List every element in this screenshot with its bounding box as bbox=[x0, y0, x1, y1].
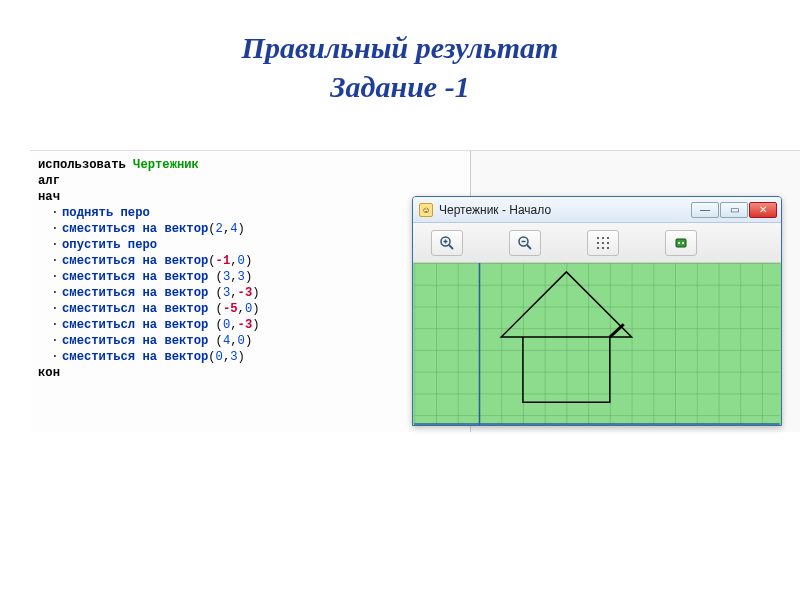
zoom-out-icon bbox=[517, 235, 533, 251]
zoom-in-icon bbox=[439, 235, 455, 251]
kw-begin: нач bbox=[38, 190, 60, 204]
code-line: ·сместитьсл на вектор (-5,0) bbox=[38, 301, 462, 317]
module-name: Чертежник bbox=[133, 158, 199, 172]
titlebar[interactable]: ☺ Чертежник - Начало — ▭ ✕ bbox=[413, 197, 781, 223]
code-line: ·сместиться на вектор(0,3) bbox=[38, 349, 462, 365]
content-area: использовать Чертежник алг нач ·поднять … bbox=[30, 150, 800, 432]
kw-alg: алг bbox=[38, 174, 60, 188]
svg-line-1 bbox=[449, 245, 453, 249]
canvas-svg bbox=[413, 263, 781, 425]
grid-icon bbox=[595, 235, 611, 251]
drawing-canvas[interactable] bbox=[413, 263, 781, 425]
code-line: ·сместиться на вектор(-1,0) bbox=[38, 253, 462, 269]
title-line-1: Правильный результат bbox=[242, 31, 559, 64]
svg-point-7 bbox=[597, 237, 599, 239]
svg-point-13 bbox=[597, 247, 599, 249]
toolbar bbox=[413, 223, 781, 263]
close-button[interactable]: ✕ bbox=[749, 202, 777, 218]
minimize-button[interactable]: — bbox=[691, 202, 719, 218]
window-title: Чертежник - Начало bbox=[439, 203, 691, 217]
code-line: ·сместитьсл на вектор (0,-3) bbox=[38, 317, 462, 333]
app-icon: ☺ bbox=[419, 203, 433, 217]
svg-rect-16 bbox=[676, 239, 686, 247]
zoom-out-button[interactable] bbox=[509, 230, 541, 256]
zoom-in-button[interactable] bbox=[431, 230, 463, 256]
code-panel: использовать Чертежник алг нач ·поднять … bbox=[30, 151, 470, 432]
svg-point-9 bbox=[607, 237, 609, 239]
kw-end: кон bbox=[38, 366, 60, 380]
robot-button[interactable] bbox=[665, 230, 697, 256]
code-line: ·поднять перо bbox=[38, 205, 462, 221]
svg-point-18 bbox=[682, 242, 684, 244]
svg-point-14 bbox=[602, 247, 604, 249]
svg-point-11 bbox=[602, 242, 604, 244]
grid-button[interactable] bbox=[587, 230, 619, 256]
drawing-window: ☺ Чертежник - Начало — ▭ ✕ bbox=[412, 196, 782, 426]
code-line: ·опустить перо bbox=[38, 237, 462, 253]
kw-use: использовать bbox=[38, 158, 126, 172]
svg-point-8 bbox=[602, 237, 604, 239]
svg-point-10 bbox=[597, 242, 599, 244]
robot-icon bbox=[673, 235, 689, 251]
svg-point-12 bbox=[607, 242, 609, 244]
slide-title: Правильный результат Задание -1 bbox=[0, 0, 800, 124]
code-line: ·сместиться на вектор(2,4) bbox=[38, 221, 462, 237]
svg-point-15 bbox=[607, 247, 609, 249]
svg-rect-20 bbox=[414, 263, 779, 425]
svg-point-17 bbox=[678, 242, 680, 244]
code-line: ·сместиться на вектор (3,-3) bbox=[38, 285, 462, 301]
code-line: ·сместиться на вектор (3,3) bbox=[38, 269, 462, 285]
maximize-button[interactable]: ▭ bbox=[720, 202, 748, 218]
title-line-2: Задание -1 bbox=[330, 70, 469, 103]
code-line: ·сместиться на вектор (4,0) bbox=[38, 333, 462, 349]
svg-line-5 bbox=[527, 245, 531, 249]
